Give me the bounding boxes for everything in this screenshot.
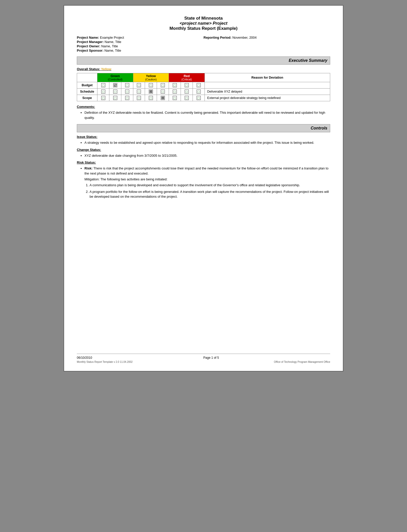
document-page: State of Minnesota <project name> Projec… (64, 5, 343, 371)
table-row-label: Scope (77, 95, 97, 101)
green-cb-cell: □ (97, 95, 109, 101)
footer-top: 06/10/2010 Page 1 of 5 (77, 356, 330, 360)
meta-info: Project Name: Example Project Reporting … (77, 36, 330, 52)
red-cb-cell: □ (181, 82, 193, 89)
issue-list: A strategy needs to be established and a… (77, 140, 330, 145)
th-empty (77, 73, 97, 82)
checkbox: □ (113, 96, 117, 100)
document-content: State of Minnesota <project name> Projec… (77, 16, 330, 346)
checkbox: □ (173, 96, 177, 100)
checkbox: □ (113, 90, 117, 94)
comments-section: Comments: Definition of the XYZ delivera… (77, 105, 330, 120)
change-status-title: Change Status: (77, 148, 330, 152)
green-cb-cell: □ (97, 82, 109, 89)
checkbox: □ (101, 83, 105, 87)
yellow-cb-cell: □ (133, 82, 145, 89)
title-line3: Monthly Status Report (Example) (77, 26, 330, 31)
green-cb-cell: □ (121, 82, 133, 89)
yellow-cb-cell: □ (157, 89, 169, 95)
green-cb-cell: □ (121, 95, 133, 101)
red-cb-cell: □ (181, 95, 193, 101)
th-green: Green (Controlled) (97, 73, 133, 82)
checkbox: □ (149, 96, 153, 100)
green-cb-cell: ☑ (109, 82, 121, 89)
green-cb-cell: □ (109, 89, 121, 95)
title-line1: State of Minnesota (77, 16, 330, 21)
meta-project-sponsor: Project Sponsor: Name, Title (77, 49, 204, 52)
meta-project-name: Project Name: Example Project (77, 36, 204, 39)
red-cb-cell: □ (169, 89, 181, 95)
issue-item: A strategy needs to be established and a… (84, 140, 330, 145)
red-cb-cell: □ (169, 95, 181, 101)
table-row-label: Budget (77, 82, 97, 89)
change-list: XYZ deliverable due date changing from 3… (77, 153, 330, 158)
mitigation-list: A communications plan is being developed… (77, 183, 330, 199)
status-table: Green (Controlled) Yellow (Caution) Red … (77, 73, 330, 101)
checkbox: □ (197, 96, 201, 100)
th-yellow: Yellow (Caution) (133, 73, 169, 82)
checkbox: □ (197, 83, 201, 87)
red-cb-cell: □ (193, 95, 205, 101)
checkbox: □ (125, 96, 129, 100)
meta-project-owner: Project Owner: Name, Title (77, 44, 204, 48)
checkbox: □ (173, 83, 177, 87)
mitigation-intro: Mitigation: The following two activities… (77, 177, 330, 181)
checkbox: □ (137, 83, 141, 87)
reason-cell: External project deliverable strategy be… (205, 95, 330, 101)
checkbox: ☒ (161, 96, 165, 100)
risk-status-title: Risk Status: (77, 161, 330, 164)
checkbox: ☒ (149, 90, 153, 94)
yellow-cb-cell: ☒ (157, 95, 169, 101)
green-cb-cell: □ (97, 89, 109, 95)
yellow-cb-cell: ☒ (145, 89, 157, 95)
checkbox: □ (197, 90, 201, 94)
checkbox: □ (161, 83, 165, 87)
checkbox: □ (185, 83, 189, 87)
title-line2: <project name> Project (77, 21, 330, 26)
yellow-cb-cell: □ (145, 95, 157, 101)
footer-date: 06/10/2010 (77, 356, 92, 360)
yellow-cb-cell: □ (145, 82, 157, 89)
checkbox: □ (125, 90, 129, 94)
yellow-cb-cell: □ (133, 89, 145, 95)
issue-status-title: Issue Status: (77, 135, 330, 139)
comment-item: Definition of the XYZ deliverable needs … (84, 110, 330, 120)
mitigation-item: A communications plan is being developed… (90, 183, 330, 188)
th-red: Red (Critical) (169, 73, 205, 82)
executive-summary-bar: Executive Summary (77, 56, 330, 65)
checkbox: □ (161, 90, 165, 94)
controls-section: Issue Status: A strategy needs to be est… (77, 135, 330, 199)
risk-item: Risk: There is risk that the project acc… (84, 166, 330, 176)
controls-bar: Controls (77, 124, 330, 132)
green-cb-cell: □ (109, 95, 121, 101)
overall-status: Overall Status: Yellow (77, 67, 330, 71)
checkbox: □ (125, 83, 129, 87)
checkbox: □ (173, 90, 177, 94)
office-name: Office of Technology Program Management … (274, 361, 330, 363)
checkbox: □ (101, 96, 105, 100)
checkbox: ☑ (113, 83, 117, 87)
mitigation-item: A program portfolio for the follow-on ef… (90, 189, 330, 199)
checkbox: □ (101, 90, 105, 94)
footer: 06/10/2010 Page 1 of 5 Monthly Status Re… (77, 354, 330, 363)
meta-reporting-period: Reporting Period: November, 2004 (204, 36, 330, 39)
yellow-cb-cell: □ (157, 82, 169, 89)
checkbox: □ (185, 90, 189, 94)
red-cb-cell: □ (181, 89, 193, 95)
green-cb-cell: □ (121, 89, 133, 95)
checkbox: □ (185, 96, 189, 100)
checkbox: □ (149, 83, 153, 87)
checkbox: □ (137, 96, 141, 100)
comments-title: Comments: (77, 105, 330, 109)
checkbox: □ (137, 90, 141, 94)
th-reason: Reason for Deviation (205, 73, 330, 82)
meta-project-manager: Project Manager: Name, Title (77, 40, 204, 44)
yellow-cb-cell: □ (133, 95, 145, 101)
document-title: State of Minnesota <project name> Projec… (77, 16, 330, 31)
template-info: Monthly Status Report Template v 2.0 11.… (77, 361, 133, 363)
red-cb-cell: □ (169, 82, 181, 89)
reason-cell: Deliverable XYZ delayed (205, 89, 330, 95)
red-cb-cell: □ (193, 89, 205, 95)
comments-list: Definition of the XYZ deliverable needs … (77, 110, 330, 120)
table-row-label: Schedule (77, 89, 97, 95)
